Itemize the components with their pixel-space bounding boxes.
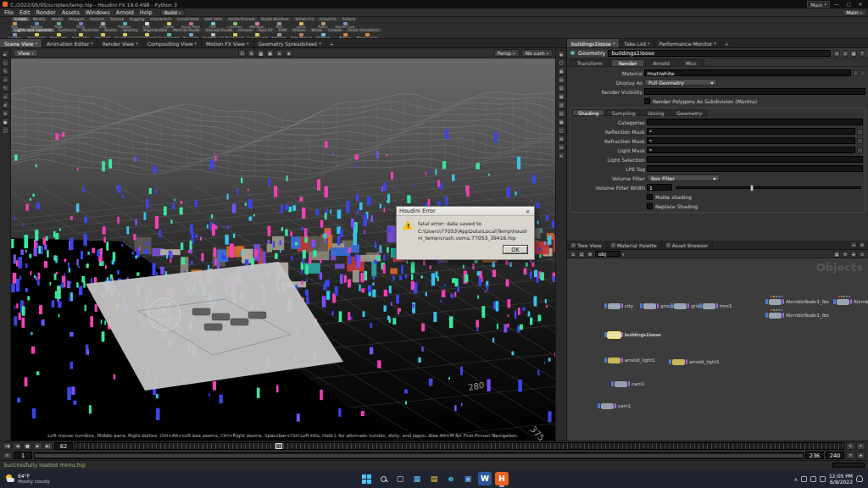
field-lpe-tag[interactable] (647, 165, 863, 172)
param-tab-misc[interactable]: Misc (678, 59, 704, 66)
shelf-tool-tube[interactable]: Tube (47, 21, 70, 28)
node-render-flag[interactable] (657, 303, 659, 308)
view-tool-button[interactable]: View▾ (14, 49, 38, 57)
construction-plane-icon[interactable]: ◈ (285, 49, 292, 57)
pane-tab-scene-view[interactable]: Scene View▾ (0, 39, 42, 47)
pane-tab-compositing-view[interactable]: Compositing View▾ (143, 39, 202, 47)
shelf-tool-mantra-archive[interactable]: Mantra Archive (356, 32, 378, 39)
taskbar-file-explorer-icon[interactable]: ▤ (427, 472, 441, 485)
shelf-tool-mantra[interactable]: Mantra (334, 32, 356, 39)
wireframe-mode-icon[interactable]: ▨ (558, 109, 565, 117)
shelf-tool-curve[interactable]: Curve (158, 21, 180, 28)
viewport-menu-icon[interactable]: ≡ (275, 49, 283, 57)
param-tab-arnold[interactable]: Arnold (645, 59, 676, 66)
field-action-button[interactable] (857, 138, 863, 144)
snap-point-icon[interactable]: ⊕ (248, 49, 255, 57)
node-display-flag[interactable] (640, 303, 643, 308)
snap-multi-icon[interactable]: ▣ (266, 49, 274, 57)
node-display-flag[interactable] (765, 313, 768, 318)
select-tool-icon[interactable]: ► (2, 50, 9, 58)
node-name-field[interactable]: buildings1loose (608, 50, 831, 57)
slider-value-volume-filter-width[interactable]: 1 (647, 184, 672, 191)
wifi-icon[interactable] (801, 476, 807, 482)
snap-grid-icon[interactable]: ⊙ (238, 49, 246, 57)
shelf-tool-room[interactable]: Room (312, 21, 334, 28)
shelf-tool-area-light[interactable]: Area Light (70, 32, 92, 39)
network-tab-material-palette[interactable]: Material Palette (607, 241, 662, 249)
look-through-camera-dropdown[interactable]: No cam▾ (521, 49, 553, 57)
node-display-flag[interactable] (598, 403, 600, 408)
shelf-tool-line[interactable]: Line (136, 21, 158, 28)
param-subtab-dicing[interactable]: Dicing (642, 109, 670, 116)
taskbar-edge-icon[interactable]: e (444, 472, 458, 485)
shelf-tool-flipbook[interactable]: Flipbook (312, 32, 334, 39)
node-display-flag[interactable] (611, 381, 614, 386)
layout-icon[interactable]: ◫ (558, 126, 565, 134)
checkbox-matte-shading[interactable] (647, 194, 653, 200)
new-network-tab-button[interactable]: + (850, 241, 857, 248)
maximize-button[interactable]: ▢ (843, 1, 854, 8)
taskbar-word-icon[interactable]: W (478, 472, 492, 485)
field-render-visibility[interactable] (644, 88, 865, 95)
node-render-flag[interactable] (782, 299, 785, 304)
node-display-flag[interactable] (833, 299, 836, 304)
shelf-tool-font[interactable]: Font (202, 21, 224, 28)
network-node-alembicnode1-lbx[interactable]: AlembicNode1_lbx (833, 298, 868, 305)
node-render-flag[interactable] (850, 299, 853, 304)
shelf-tool-stereo-cam[interactable]: Stereo Cam (334, 21, 356, 28)
range-start-field[interactable]: 1 (14, 452, 32, 459)
translate-tool-icon[interactable]: + (2, 75, 9, 83)
node-display-flag[interactable] (765, 299, 768, 304)
prims-mode-icon[interactable]: ▦ (558, 92, 565, 100)
field-categories[interactable] (647, 119, 863, 125)
network-list-icon[interactable]: ▤ (578, 251, 585, 258)
main-desktop-dropdown[interactable]: Main▾ (807, 1, 830, 8)
taskbar-clock[interactable]: 12:05 PM 6/8/2022 (829, 473, 853, 485)
shelf-tool-torus[interactable]: Torus (70, 21, 92, 28)
field-material[interactable]: /mat/white (644, 69, 851, 76)
single-view-icon[interactable]: ⊟ (558, 143, 565, 151)
network-node-cam1[interactable]: cam1 (598, 402, 631, 409)
param-tab-render[interactable]: Render (611, 59, 644, 66)
menu-help[interactable]: Help (137, 9, 155, 16)
taskbar-task-view-icon[interactable]: ▢ (393, 472, 407, 485)
taskbar-store-icon[interactable]: ▣ (461, 472, 475, 485)
notification-bell-icon[interactable] (856, 475, 863, 482)
battery-icon[interactable] (820, 476, 826, 482)
node-render-flag[interactable] (716, 303, 719, 308)
go-to-end-button[interactable]: ▶| (43, 442, 53, 450)
shelf-tool-spot-light[interactable]: Spot Light (47, 32, 70, 39)
taskbar-weather-widget[interactable]: 64°F Mostly cloudy (5, 473, 50, 485)
slider-handle[interactable] (750, 185, 754, 191)
dropdown-volume-filter[interactable]: Box Filter (647, 175, 720, 181)
param-subtab-geometry[interactable]: Geometry (670, 109, 708, 116)
view-tool-icon[interactable]: ◉ (558, 50, 565, 58)
node-render-flag[interactable] (621, 303, 624, 308)
quad-view-icon[interactable]: ⊞ (558, 135, 565, 142)
pane-tab-take-list[interactable]: Take List▾ (620, 39, 654, 47)
shelf-tool-sky-light[interactable]: Sky Light (180, 32, 202, 39)
node-display-flag[interactable] (699, 303, 702, 308)
param-tab-transform[interactable]: Transform (570, 59, 610, 66)
param-subtab-shading[interactable]: Shading (572, 109, 604, 116)
camera-persp-dropdown[interactable]: Persp▾ (493, 49, 520, 57)
shelf-tool-sphere[interactable]: Sphere (25, 21, 47, 28)
network-node-arnold-light1[interactable]: arnold_light1 (604, 357, 655, 363)
display-options-icon[interactable]: ▩ (558, 118, 565, 125)
pane-tab-animation-editor[interactable]: Animation Editor▾ (42, 39, 98, 47)
param-gallery-icon[interactable]: ▣ (850, 50, 857, 57)
new-pane-tab-button[interactable]: + (721, 39, 732, 47)
shelf-tool-switcher[interactable]: Switcher (268, 32, 290, 39)
shelf-tool-bake-texture[interactable]: Bake Texture (290, 32, 312, 39)
lasso-tool-icon[interactable]: ○ (2, 58, 9, 66)
network-menu-icon[interactable]: ≡ (842, 251, 849, 258)
slider-volume-filter-width[interactable] (676, 186, 861, 189)
ok-button[interactable]: OK (503, 245, 528, 254)
network-node-grid1[interactable]: grid1 (670, 302, 703, 309)
node-display-flag[interactable] (670, 303, 673, 308)
shelf-tool-ambient-light[interactable]: Ambient Light (202, 32, 224, 39)
shelf-tool-platonic[interactable]: Platonic (114, 21, 136, 28)
network-node-tree1[interactable]: tree1 (699, 302, 732, 309)
field-action-button[interactable] (853, 70, 859, 76)
viewport-side-menu-icon[interactable]: ≡ (558, 152, 565, 159)
